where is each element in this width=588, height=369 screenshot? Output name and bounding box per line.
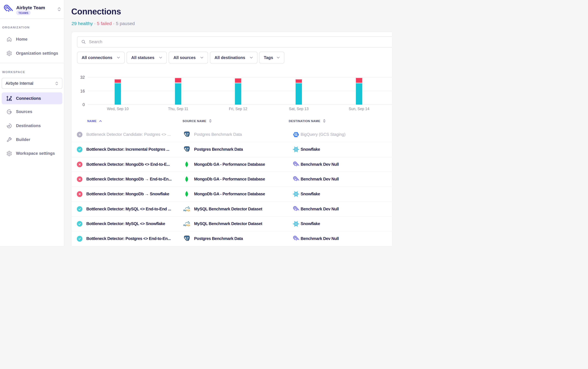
svg-text:Sun, Sep 14: Sun, Sep 14 xyxy=(349,107,369,111)
svg-text:Thu, Sep 11: Thu, Sep 11 xyxy=(168,107,188,111)
svg-text:32: 32 xyxy=(80,75,85,80)
svg-text:Fri, Sep 12: Fri, Sep 12 xyxy=(229,107,247,111)
svg-text:0: 0 xyxy=(83,102,85,107)
svg-text:Sat, Sep 13: Sat, Sep 13 xyxy=(289,107,309,111)
svg-text:16: 16 xyxy=(80,89,85,93)
svg-text:Wed, Sep 10: Wed, Sep 10 xyxy=(107,107,129,111)
